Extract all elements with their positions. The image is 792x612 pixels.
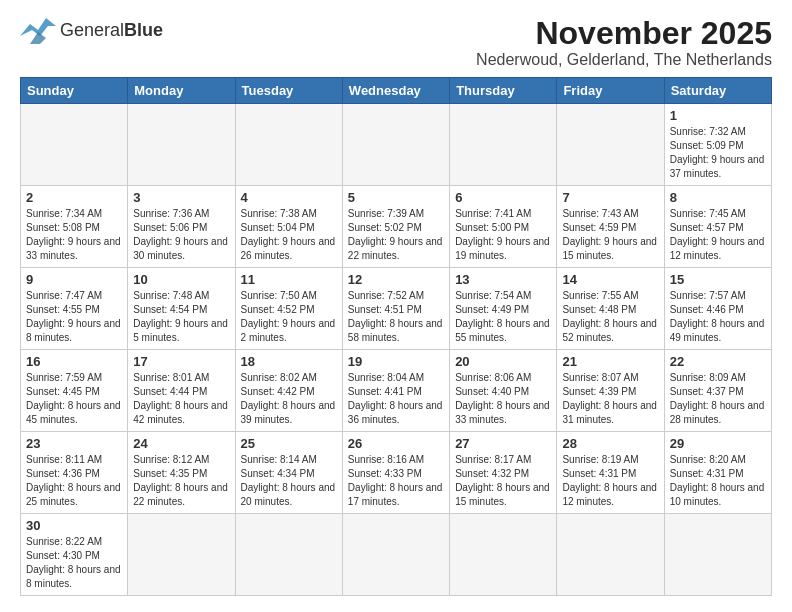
day-info: Sunrise: 8:07 AM Sunset: 4:39 PM Dayligh… [562, 371, 658, 427]
header-monday: Monday [128, 78, 235, 104]
day-info: Sunrise: 8:12 AM Sunset: 4:35 PM Dayligh… [133, 453, 229, 509]
day-cell: 23Sunrise: 8:11 AM Sunset: 4:36 PM Dayli… [21, 432, 128, 514]
day-cell: 15Sunrise: 7:57 AM Sunset: 4:46 PM Dayli… [664, 268, 771, 350]
day-cell: 4Sunrise: 7:38 AM Sunset: 5:04 PM Daylig… [235, 186, 342, 268]
day-info: Sunrise: 8:19 AM Sunset: 4:31 PM Dayligh… [562, 453, 658, 509]
day-info: Sunrise: 8:06 AM Sunset: 4:40 PM Dayligh… [455, 371, 551, 427]
day-number: 15 [670, 272, 766, 287]
day-cell [342, 104, 449, 186]
day-number: 27 [455, 436, 551, 451]
day-info: Sunrise: 7:48 AM Sunset: 4:54 PM Dayligh… [133, 289, 229, 345]
day-cell: 2Sunrise: 7:34 AM Sunset: 5:08 PM Daylig… [21, 186, 128, 268]
day-number: 7 [562, 190, 658, 205]
day-cell: 11Sunrise: 7:50 AM Sunset: 4:52 PM Dayli… [235, 268, 342, 350]
day-cell: 27Sunrise: 8:17 AM Sunset: 4:32 PM Dayli… [450, 432, 557, 514]
day-cell [128, 514, 235, 596]
day-cell: 13Sunrise: 7:54 AM Sunset: 4:49 PM Dayli… [450, 268, 557, 350]
day-info: Sunrise: 8:14 AM Sunset: 4:34 PM Dayligh… [241, 453, 337, 509]
day-number: 21 [562, 354, 658, 369]
day-cell [450, 104, 557, 186]
header-thursday: Thursday [450, 78, 557, 104]
day-cell: 25Sunrise: 8:14 AM Sunset: 4:34 PM Dayli… [235, 432, 342, 514]
day-info: Sunrise: 8:02 AM Sunset: 4:42 PM Dayligh… [241, 371, 337, 427]
day-number: 19 [348, 354, 444, 369]
day-number: 6 [455, 190, 551, 205]
day-info: Sunrise: 8:11 AM Sunset: 4:36 PM Dayligh… [26, 453, 122, 509]
svg-marker-1 [30, 32, 46, 44]
header: GeneralBlue November 2025 Nederwoud, Gel… [20, 16, 772, 69]
day-number: 5 [348, 190, 444, 205]
day-cell: 21Sunrise: 8:07 AM Sunset: 4:39 PM Dayli… [557, 350, 664, 432]
day-info: Sunrise: 7:36 AM Sunset: 5:06 PM Dayligh… [133, 207, 229, 263]
day-info: Sunrise: 7:39 AM Sunset: 5:02 PM Dayligh… [348, 207, 444, 263]
header-tuesday: Tuesday [235, 78, 342, 104]
day-cell [450, 514, 557, 596]
day-number: 20 [455, 354, 551, 369]
day-info: Sunrise: 7:34 AM Sunset: 5:08 PM Dayligh… [26, 207, 122, 263]
week-row-5: 30Sunrise: 8:22 AM Sunset: 4:30 PM Dayli… [21, 514, 772, 596]
day-cell: 26Sunrise: 8:16 AM Sunset: 4:33 PM Dayli… [342, 432, 449, 514]
day-cell: 14Sunrise: 7:55 AM Sunset: 4:48 PM Dayli… [557, 268, 664, 350]
day-cell: 9Sunrise: 7:47 AM Sunset: 4:55 PM Daylig… [21, 268, 128, 350]
day-cell: 17Sunrise: 8:01 AM Sunset: 4:44 PM Dayli… [128, 350, 235, 432]
day-info: Sunrise: 8:22 AM Sunset: 4:30 PM Dayligh… [26, 535, 122, 591]
day-info: Sunrise: 7:54 AM Sunset: 4:49 PM Dayligh… [455, 289, 551, 345]
calendar-table: Sunday Monday Tuesday Wednesday Thursday… [20, 77, 772, 596]
calendar-body: 1Sunrise: 7:32 AM Sunset: 5:09 PM Daylig… [21, 104, 772, 596]
day-info: Sunrise: 7:47 AM Sunset: 4:55 PM Dayligh… [26, 289, 122, 345]
day-info: Sunrise: 7:57 AM Sunset: 4:46 PM Dayligh… [670, 289, 766, 345]
header-friday: Friday [557, 78, 664, 104]
day-info: Sunrise: 8:20 AM Sunset: 4:31 PM Dayligh… [670, 453, 766, 509]
day-info: Sunrise: 8:09 AM Sunset: 4:37 PM Dayligh… [670, 371, 766, 427]
header-saturday: Saturday [664, 78, 771, 104]
day-number: 26 [348, 436, 444, 451]
day-cell: 22Sunrise: 8:09 AM Sunset: 4:37 PM Dayli… [664, 350, 771, 432]
day-number: 10 [133, 272, 229, 287]
day-number: 28 [562, 436, 658, 451]
day-cell: 7Sunrise: 7:43 AM Sunset: 4:59 PM Daylig… [557, 186, 664, 268]
day-number: 14 [562, 272, 658, 287]
weekday-header-row: Sunday Monday Tuesday Wednesday Thursday… [21, 78, 772, 104]
day-info: Sunrise: 8:04 AM Sunset: 4:41 PM Dayligh… [348, 371, 444, 427]
week-row-3: 16Sunrise: 7:59 AM Sunset: 4:45 PM Dayli… [21, 350, 772, 432]
logo-text: GeneralBlue [60, 20, 163, 41]
day-cell [557, 104, 664, 186]
day-cell: 20Sunrise: 8:06 AM Sunset: 4:40 PM Dayli… [450, 350, 557, 432]
day-number: 9 [26, 272, 122, 287]
day-cell: 3Sunrise: 7:36 AM Sunset: 5:06 PM Daylig… [128, 186, 235, 268]
day-number: 13 [455, 272, 551, 287]
week-row-1: 2Sunrise: 7:34 AM Sunset: 5:08 PM Daylig… [21, 186, 772, 268]
day-number: 23 [26, 436, 122, 451]
day-info: Sunrise: 7:32 AM Sunset: 5:09 PM Dayligh… [670, 125, 766, 181]
logo-icon [20, 16, 56, 44]
day-info: Sunrise: 7:45 AM Sunset: 4:57 PM Dayligh… [670, 207, 766, 263]
day-info: Sunrise: 7:59 AM Sunset: 4:45 PM Dayligh… [26, 371, 122, 427]
day-number: 2 [26, 190, 122, 205]
day-cell: 29Sunrise: 8:20 AM Sunset: 4:31 PM Dayli… [664, 432, 771, 514]
day-cell [235, 104, 342, 186]
day-cell: 28Sunrise: 8:19 AM Sunset: 4:31 PM Dayli… [557, 432, 664, 514]
day-cell: 6Sunrise: 7:41 AM Sunset: 5:00 PM Daylig… [450, 186, 557, 268]
day-cell: 24Sunrise: 8:12 AM Sunset: 4:35 PM Dayli… [128, 432, 235, 514]
week-row-0: 1Sunrise: 7:32 AM Sunset: 5:09 PM Daylig… [21, 104, 772, 186]
day-cell [128, 104, 235, 186]
day-info: Sunrise: 8:16 AM Sunset: 4:33 PM Dayligh… [348, 453, 444, 509]
day-number: 30 [26, 518, 122, 533]
day-number: 12 [348, 272, 444, 287]
title-block: November 2025 Nederwoud, Gelderland, The… [476, 16, 772, 69]
day-number: 17 [133, 354, 229, 369]
day-cell [235, 514, 342, 596]
day-info: Sunrise: 8:17 AM Sunset: 4:32 PM Dayligh… [455, 453, 551, 509]
day-number: 18 [241, 354, 337, 369]
day-number: 22 [670, 354, 766, 369]
week-row-4: 23Sunrise: 8:11 AM Sunset: 4:36 PM Dayli… [21, 432, 772, 514]
day-cell [21, 104, 128, 186]
day-number: 8 [670, 190, 766, 205]
day-cell: 5Sunrise: 7:39 AM Sunset: 5:02 PM Daylig… [342, 186, 449, 268]
day-info: Sunrise: 7:55 AM Sunset: 4:48 PM Dayligh… [562, 289, 658, 345]
day-number: 29 [670, 436, 766, 451]
day-number: 24 [133, 436, 229, 451]
calendar-subtitle: Nederwoud, Gelderland, The Netherlands [476, 51, 772, 69]
day-cell: 8Sunrise: 7:45 AM Sunset: 4:57 PM Daylig… [664, 186, 771, 268]
day-info: Sunrise: 7:50 AM Sunset: 4:52 PM Dayligh… [241, 289, 337, 345]
